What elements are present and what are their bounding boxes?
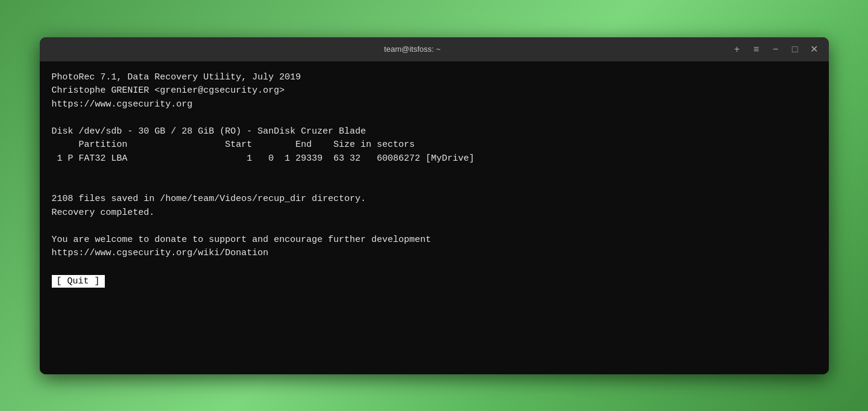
terminal-line-6: 1 P FAT32 LBA 1 0 1 29339 63 32 60086272…: [52, 152, 817, 166]
window-title: team@itsfoss: ~: [95, 45, 730, 54]
terminal-line-10: Recovery completed.: [52, 206, 817, 220]
terminal-window: team@itsfoss: ~ + ≡ − □ ✕ PhotoRec 7.1, …: [40, 37, 829, 374]
terminal-line-13: https://www.cgsecurity.org/wiki/Donation: [52, 247, 817, 261]
terminal-line-0: PhotoRec 7.1, Data Recovery Utility, Jul…: [52, 71, 817, 85]
terminal-line-7: [52, 165, 817, 179]
menu-button[interactable]: ≡: [749, 42, 764, 57]
terminal-body: PhotoRec 7.1, Data Recovery Utility, Jul…: [40, 61, 829, 374]
terminal-line-8: [52, 179, 817, 193]
new-tab-button[interactable]: +: [730, 42, 745, 57]
maximize-button[interactable]: □: [788, 42, 802, 57]
terminal-line-5: Partition Start End Size in sectors: [52, 138, 817, 152]
terminal-line-3: [52, 111, 817, 125]
terminal-line-4: Disk /dev/sdb - 30 GB / 28 GiB (RO) - Sa…: [52, 125, 817, 139]
terminal-line-2: https://www.cgsecurity.org: [52, 98, 817, 112]
window-controls: + ≡ − □ ✕: [730, 42, 822, 57]
quit-container: [ Quit ]: [52, 270, 817, 289]
terminal-line-9: 2108 files saved in /home/team/Videos/re…: [52, 193, 817, 206]
titlebar: team@itsfoss: ~ + ≡ − □ ✕: [40, 37, 829, 61]
terminal-line-12: You are welcome to donate to support and…: [52, 233, 817, 247]
terminal-line-11: [52, 220, 817, 233]
quit-button[interactable]: [ Quit ]: [52, 275, 105, 288]
close-button[interactable]: ✕: [807, 42, 822, 57]
minimize-button[interactable]: −: [769, 42, 783, 57]
terminal-line-1: Christophe GRENIER <grenier@cgsecurity.o…: [52, 84, 817, 98]
